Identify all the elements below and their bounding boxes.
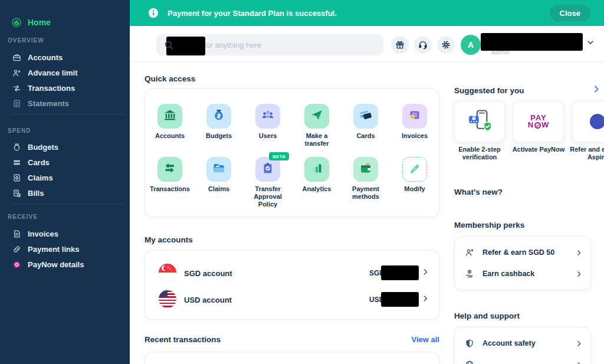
sidebar-item-home[interactable]: Home <box>12 18 51 27</box>
search-icon <box>163 40 175 53</box>
chevron-right-icon <box>575 270 583 278</box>
help-label: Account safety <box>482 339 536 347</box>
sidebar-item-budgets[interactable]: Budgets <box>12 142 58 152</box>
sidebar-divider <box>12 114 124 114</box>
quick-access-item-transfer-approval-policy[interactable] <box>245 157 290 182</box>
claims-icon <box>12 173 21 182</box>
sidebar-item-statements[interactable]: Statements <box>12 99 69 108</box>
quick-access-item-accounts[interactable] <box>147 104 192 129</box>
quick-access-item-claims[interactable] <box>196 157 241 182</box>
sidebar-item-label: Payment links <box>28 245 79 254</box>
invoice-icon <box>12 229 21 238</box>
usa-flag <box>158 290 177 309</box>
quick-access-label: Transactions <box>147 185 192 193</box>
quick-access-label: Transfer Approval Policy <box>245 185 290 208</box>
help-row-partial[interactable] <box>465 360 583 364</box>
sidebar-item-label: Budgets <box>28 143 58 152</box>
chevron-right-icon[interactable] <box>592 84 601 96</box>
redaction-username <box>481 33 583 51</box>
redaction-sgd-balance <box>381 265 419 280</box>
quick-access-item-modify[interactable] <box>392 157 437 182</box>
recent-transactions-card <box>145 352 439 364</box>
settings-button[interactable] <box>437 36 455 54</box>
quick-access-label: Modify <box>392 185 437 193</box>
account-label: USD account <box>184 296 232 304</box>
help-support-title: Help and support <box>454 311 520 320</box>
view-all-link[interactable]: View all <box>380 335 439 344</box>
advance-limit-icon <box>12 68 21 77</box>
paynow-logo: PAY NW <box>528 114 550 129</box>
sidebar-item-label: Claims <box>28 173 53 182</box>
membership-perks-title: Membership perks <box>454 221 524 229</box>
membership-perks-card <box>454 236 591 290</box>
sidebar-item-label: Advance limit <box>28 68 78 77</box>
quick-access-label: Cards <box>343 132 388 140</box>
clipboard-check-icon <box>261 161 275 178</box>
whats-new-title: What’s new? <box>454 188 503 196</box>
quick-access-label: Users <box>245 132 290 140</box>
chevron-down-icon[interactable] <box>586 38 595 50</box>
sidebar-item-claims[interactable]: Claims <box>12 173 53 182</box>
money-bag-icon <box>212 108 226 124</box>
bank-icon <box>163 108 177 124</box>
sidebar-item-bills[interactable]: Bills <box>12 188 44 198</box>
refer-icon <box>590 114 604 129</box>
quick-access-item-analytics[interactable] <box>294 157 339 182</box>
users-icon <box>261 108 275 124</box>
suggested-card-refer[interactable] <box>572 101 604 142</box>
sidebar-item-accounts[interactable]: Accounts <box>12 53 63 62</box>
rewards-button[interactable] <box>391 36 409 54</box>
sidebar: Home OVERVIEW Accounts Advance limit Tra… <box>0 0 130 364</box>
bills-icon <box>12 188 21 198</box>
help-row-account-safety[interactable]: Account safety <box>465 339 583 348</box>
quick-access-title: Quick access <box>145 74 195 83</box>
support-button[interactable] <box>414 36 432 54</box>
quick-access-item-cards[interactable] <box>343 104 388 129</box>
sidebar-item-label: PayNow details <box>28 260 84 269</box>
chevron-right-icon[interactable] <box>421 268 429 278</box>
person-plus-icon <box>465 248 474 257</box>
sidebar-item-advance-limit[interactable]: Advance limit <box>12 68 78 77</box>
card-icon <box>12 158 21 167</box>
aspire-logo-icon <box>12 18 21 27</box>
cards-icon <box>359 108 373 124</box>
phone-lock-check-icon <box>467 108 493 135</box>
sidebar-item-invoices[interactable]: Invoices <box>12 229 58 238</box>
suggested-card-label: Enable 2-step verification <box>453 146 506 161</box>
money-bag-icon <box>12 142 21 152</box>
chevron-right-icon[interactable] <box>421 294 429 305</box>
sidebar-item-payment-links[interactable]: Payment links <box>12 244 79 254</box>
sidebar-item-transactions[interactable]: Transactions <box>12 83 75 93</box>
quick-access-item-transactions[interactable] <box>147 157 192 182</box>
perk-row-refer[interactable]: Refer & earn SGD 50 <box>465 248 583 257</box>
avatar[interactable]: A <box>461 35 481 55</box>
quick-access-item-budgets[interactable] <box>196 104 241 129</box>
quick-access-label: Claims <box>196 185 241 193</box>
perk-row-cashback[interactable]: Earn cashback <box>465 269 583 278</box>
quick-access-item-invoices[interactable] <box>392 104 437 129</box>
quick-access-label: Make a transfer <box>294 132 339 147</box>
paynow-check-icon <box>534 122 541 129</box>
shield-icon <box>465 339 474 348</box>
info-icon <box>149 8 158 18</box>
quick-access-item-make-a-transfer[interactable] <box>294 104 339 129</box>
sidebar-item-cards[interactable]: Cards <box>12 158 50 167</box>
bar-chart-icon <box>310 161 324 178</box>
quick-access-label: Budgets <box>196 132 241 140</box>
suggested-card-paynow[interactable]: PAY NW <box>513 101 564 142</box>
chevron-right-icon <box>575 249 583 257</box>
sidebar-item-label: Home <box>28 18 51 27</box>
close-button[interactable]: Close <box>550 5 590 22</box>
chevron-right-icon <box>575 361 583 364</box>
success-banner: Payment for your Standard Plan is succes… <box>130 0 604 26</box>
wallet-coin-icon <box>359 161 373 178</box>
paynow-icon <box>12 260 21 269</box>
sidebar-item-paynow-details[interactable]: PayNow details <box>12 260 84 269</box>
sidebar-item-label: Statements <box>28 99 69 108</box>
quick-access-item-users[interactable] <box>245 104 290 129</box>
transfer-arrows-icon <box>12 83 21 93</box>
pencil-icon <box>409 162 421 176</box>
suggested-card-2step[interactable] <box>454 101 505 142</box>
quick-access-item-payment-methods[interactable] <box>343 157 388 182</box>
suggested-card-label: Activate PayNow <box>509 146 568 153</box>
